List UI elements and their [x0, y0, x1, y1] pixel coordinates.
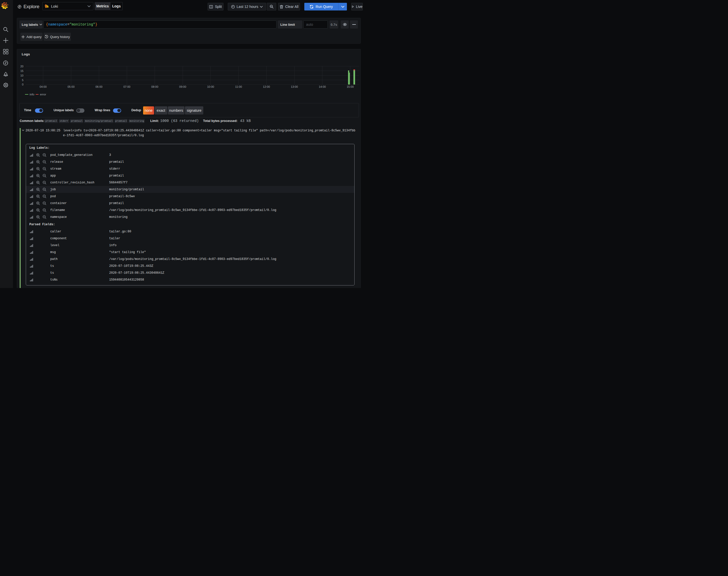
svg-text:08:00: 08:00 [151, 85, 158, 88]
svg-text:20: 20 [21, 65, 24, 68]
svg-text:13:00: 13:00 [291, 85, 298, 88]
svg-text:07:00: 07:00 [123, 85, 130, 88]
svg-text:14:00: 14:00 [319, 85, 326, 88]
svg-text:10: 10 [21, 74, 24, 77]
svg-text:15: 15 [21, 69, 24, 73]
svg-text:5: 5 [22, 79, 24, 82]
svg-text:04:00: 04:00 [39, 85, 47, 88]
svg-text:05:00: 05:00 [67, 85, 75, 88]
svg-text:06:00: 06:00 [95, 85, 103, 88]
svg-text:10:00: 10:00 [207, 85, 214, 88]
svg-text:15:00: 15:00 [347, 85, 354, 88]
svg-text:0: 0 [22, 83, 24, 86]
svg-text:11:00: 11:00 [235, 85, 242, 88]
svg-text:12:00: 12:00 [263, 85, 270, 88]
svg-text:09:00: 09:00 [179, 85, 186, 88]
